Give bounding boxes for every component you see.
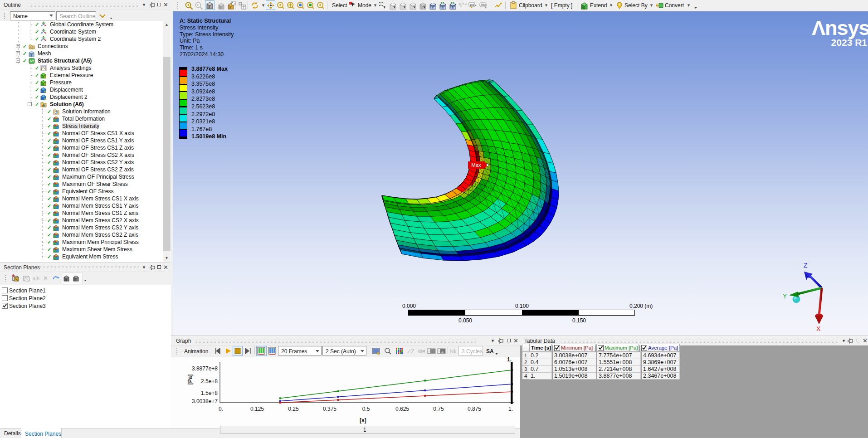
- svg-text:Y: Y: [783, 292, 787, 300]
- svg-text:100: 100: [470, 4, 475, 6]
- svg-text:X: X: [816, 325, 821, 332]
- svg-text:Abc: Abc: [481, 3, 487, 6]
- svg-text:i: i: [56, 111, 57, 114]
- svg-text:Z: Z: [804, 262, 808, 269]
